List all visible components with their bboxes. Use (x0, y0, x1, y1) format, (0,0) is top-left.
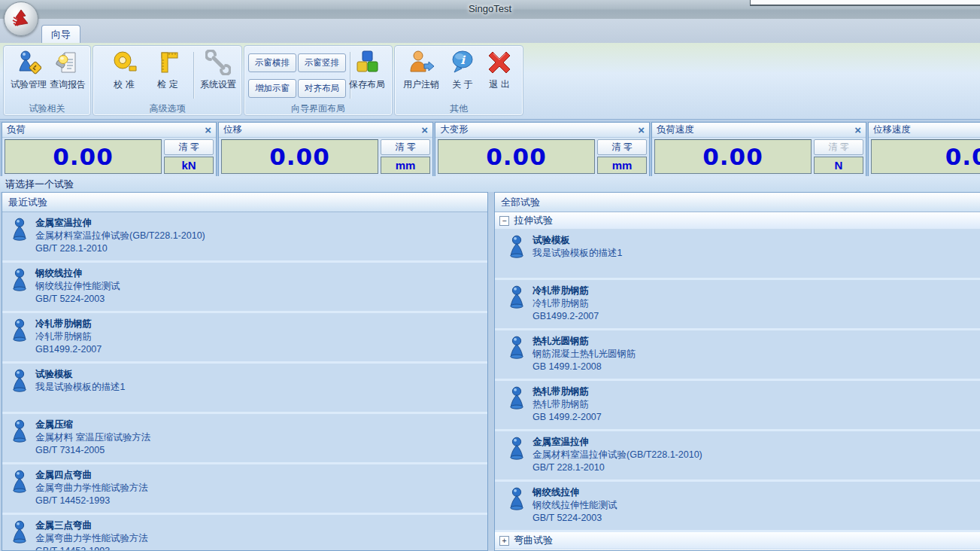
user-logout-button[interactable]: 用户注销 (399, 49, 443, 100)
verify-label: 检 定 (157, 78, 177, 91)
test-icon (507, 235, 532, 261)
ribbon-group-other: 用户注销 i 关 于 (394, 45, 523, 116)
gauge-large-deformation-unit: mm (597, 157, 647, 174)
gauge-load-speed-unit: N (814, 157, 863, 174)
test-desc: 金属弯曲力学性能试验方法 (35, 532, 148, 545)
application-menu-button[interactable] (4, 2, 38, 36)
tape-measure-icon (111, 49, 138, 76)
tree-node-tensile[interactable]: − 拉伸试验 (495, 212, 980, 230)
system-settings-button[interactable]: 系统设置 (196, 49, 240, 100)
expand-icon[interactable]: + (499, 536, 509, 546)
calibrate-button[interactable]: 校 准 (102, 49, 146, 100)
test-icon (507, 487, 532, 513)
test-standard: GB1499.2-2007 (532, 310, 599, 323)
list-item-recent-0[interactable]: 金属室温拉伸 金属材料室温拉伸试验(GB/T228.1-2010) GB/T 2… (2, 212, 487, 260)
ruler-icon (154, 49, 181, 76)
test-title: 钢绞线拉伸 (532, 486, 617, 499)
test-desc: 钢绞线拉伸性能测试 (532, 499, 617, 512)
gauge-load-speed-value: 0.00 (654, 139, 812, 174)
list-item-recent-2[interactable]: 冷轧带肋钢筋 冷轧带肋钢筋 GB1499.2-2007 (2, 313, 487, 361)
test-standard: GB 1499.2-2007 (532, 411, 602, 424)
gauge-displacement-unit: mm (381, 157, 430, 174)
list-item-recent-4[interactable]: 金属压缩 金属材料 室温压缩试验方法 GB/T 7314-2005 (2, 414, 487, 462)
all-tests-panel: 全部试验 − 拉伸试验 试验模板 我是试验模板的描述1 冷轧带肋钢筋 冷轧带肋钢… (494, 192, 980, 551)
list-item-all-4[interactable]: 金属室温拉伸 金属材料室温拉伸试验(GB/T228.1-2010) GB/T 2… (495, 431, 980, 479)
save-layout-label: 保存布局 (349, 78, 385, 91)
test-standard: GB/T 14452-1993 (35, 545, 148, 551)
align-layout-button[interactable]: 对齐布局 (298, 79, 346, 98)
test-icon (10, 268, 35, 294)
list-item-all-2[interactable]: 热轧光圆钢筋 钢筋混凝土热轧光圆钢筋 GB 1499.1-2008 (495, 330, 980, 379)
gauge-row: 负荷 × 0.00 清 零 kN 位移 × 0.00 清 零 mm (0, 121, 980, 176)
wrench-icon (205, 49, 232, 76)
list-item-all-0[interactable]: 试验模板 我是试验模板的描述1 (495, 230, 980, 278)
test-title: 试验模板 (532, 234, 622, 247)
all-tests-header: 全部试验 (495, 193, 980, 212)
zero-button[interactable]: 清 零 (597, 139, 647, 155)
group-label-other: 其他 (395, 102, 523, 114)
close-icon[interactable]: × (854, 125, 861, 135)
add-window-button[interactable]: 增加示窗 (248, 79, 296, 98)
list-item-recent-1[interactable]: 钢绞线拉伸 钢绞线拉伸性能测试 GB/T 5224-2003 (2, 263, 487, 311)
tree-node-label: 弯曲试验 (514, 534, 553, 547)
test-title: 冷轧带肋钢筋 (35, 318, 102, 330)
close-icon[interactable]: × (421, 125, 428, 135)
list-item-recent-5[interactable]: 金属四点弯曲 金属弯曲力学性能试验方法 GB/T 14452-1993 (2, 464, 487, 513)
test-standard: GB/T 14452-1993 (35, 495, 148, 507)
exit-button[interactable]: 退 出 (482, 49, 517, 100)
gauge-load-speed: 负荷速度 × 0.00 清 零 N (651, 122, 866, 177)
verify-button[interactable]: 检 定 (146, 49, 190, 100)
gauge-load: 负荷 × 0.00 清 零 kN (2, 122, 217, 177)
close-icon[interactable]: × (205, 125, 211, 135)
tree-node-label: 拉伸试验 (514, 214, 553, 227)
test-desc: 我是试验模板的描述1 (532, 247, 622, 260)
test-title: 金属三点弯曲 (35, 519, 148, 532)
collapse-icon[interactable]: − (499, 216, 509, 226)
gauge-displacement-title: 位移 (223, 123, 242, 136)
gauge-displacement-value: 0.00 (221, 139, 378, 174)
test-manage-icon (15, 49, 42, 76)
ribbon-group-wizard-layout: 示窗横排 示窗竖排 增加示窗 对齐布局 保存布局 向导界面布局 (244, 45, 393, 116)
zero-button[interactable]: 清 零 (381, 139, 430, 155)
gauge-displacement: 位移 × 0.00 清 零 mm (218, 122, 433, 177)
windows-horizontal-button[interactable]: 示窗横排 (248, 53, 296, 72)
test-icon (10, 369, 35, 395)
test-manage-button[interactable]: 试验管理 (7, 49, 50, 100)
overlapping-window-edge (750, 0, 980, 6)
application-window: SingoTest 向导 (0, 0, 980, 551)
group-label-test-related: 试验相关 (4, 102, 90, 114)
about-icon: i (449, 49, 476, 76)
test-desc: 冷轧带肋钢筋 (35, 330, 102, 343)
tree-node-bend[interactable]: + 弯曲试验 (495, 532, 980, 549)
test-icon (10, 520, 35, 546)
test-desc: 金属材料室温拉伸试验(GB/T228.1-2010) (532, 449, 702, 461)
list-item-recent-6[interactable]: 金属三点弯曲 金属弯曲力学性能试验方法 GB/T 14452-1993 (2, 515, 487, 551)
test-title: 金属室温拉伸 (532, 436, 702, 449)
save-layout-button[interactable]: 保存布局 (345, 49, 389, 100)
zero-button[interactable]: 清 零 (164, 139, 214, 155)
list-item-recent-3[interactable]: 试验模板 我是试验模板的描述1 (2, 364, 487, 412)
test-title: 金属室温拉伸 (35, 217, 205, 230)
gauge-displacement-speed: 位移速度 0.00 (868, 122, 980, 177)
test-icon (507, 437, 532, 463)
gauge-load-unit: kN (164, 157, 214, 174)
test-icon (10, 318, 35, 345)
query-report-button[interactable]: 查询报告 (46, 49, 90, 100)
windows-vertical-button[interactable]: 示窗竖排 (298, 53, 346, 72)
test-standard: GB1499.2-2007 (35, 343, 102, 356)
group-separator (193, 52, 194, 99)
test-icon (10, 218, 35, 244)
close-icon[interactable]: × (638, 125, 645, 135)
list-item-all-3[interactable]: 热轧带肋钢筋 热轧带肋钢筋 GB 1499.2-2007 (495, 381, 980, 429)
list-item-all-5[interactable]: 钢绞线拉伸 钢绞线拉伸性能测试 GB/T 5224-2003 (495, 482, 980, 530)
recent-tests-panel: 最近试验 金属室温拉伸 金属材料室温拉伸试验(GB/T228.1-2010) G… (2, 192, 488, 551)
test-manage-label: 试验管理 (11, 78, 47, 91)
tab-wizard[interactable]: 向导 (41, 25, 80, 44)
query-report-icon (54, 49, 81, 76)
exit-label: 退 出 (489, 78, 509, 91)
system-settings-label: 系统设置 (200, 78, 236, 91)
about-button[interactable]: i 关 于 (446, 49, 479, 100)
test-icon (10, 470, 35, 496)
user-logout-icon (408, 49, 435, 76)
list-item-all-1[interactable]: 冷轧带肋钢筋 冷轧带肋钢筋 GB1499.2-2007 (495, 280, 980, 328)
